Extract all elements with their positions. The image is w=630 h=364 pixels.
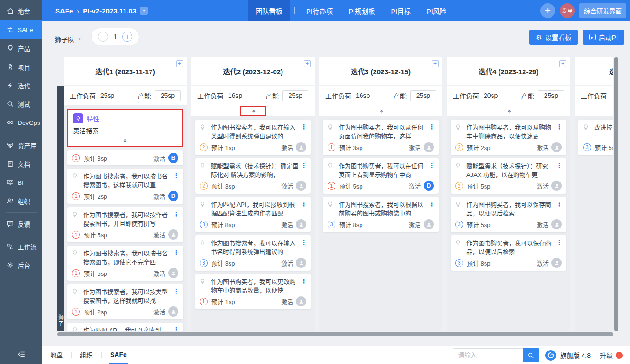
- card-menu-icon[interactable]: ⋮: [301, 162, 307, 169]
- card-menu-icon[interactable]: ⋮: [556, 162, 563, 169]
- assignee-avatar[interactable]: D: [424, 181, 434, 191]
- breadcrumb-dropdown-icon[interactable]: ▾: [140, 7, 148, 15]
- story-card[interactable]: 赋能型需求（技术探针）：确定国际化对 解决方案的影响，⋮2预计 3sp激活: [195, 158, 311, 194]
- add-item-button[interactable]: +: [432, 60, 439, 67]
- story-card[interactable]: 作为图书购买者，我可以从任何页面访问我的购物车，这样⋮1预计 3sp激活: [323, 120, 439, 155]
- story-card[interactable]: 作为图书搜索者，我可以按作者搜索图书，并且即使有拼写⋮1预计 5sp激活: [67, 207, 183, 242]
- story-card[interactable]: 作为图书购买者，我可以在任何页面上看到显示购物车中商⋮1预计 5sp激活D: [323, 158, 439, 194]
- assignee-avatar[interactable]: [424, 142, 434, 152]
- sidebar-item-docs[interactable]: 文档: [0, 155, 42, 173]
- assignee-avatar[interactable]: [296, 219, 306, 229]
- collapse-chevron-icon[interactable]: «: [379, 108, 383, 114]
- assignee-avatar[interactable]: [296, 181, 306, 191]
- team-selector[interactable]: 狮子队 ▼: [55, 34, 81, 44]
- card-menu-icon[interactable]: ⋮: [173, 210, 179, 218]
- sidebar-item-bi[interactable]: BI: [0, 173, 42, 192]
- tab-PI风险[interactable]: PI风险: [419, 0, 454, 21]
- card-menu-icon[interactable]: ⋮: [428, 162, 435, 169]
- stepper-increase-button[interactable]: +: [122, 32, 132, 42]
- horizontal-scrollbar[interactable]: [57, 332, 613, 336]
- footer-tab-SAFe[interactable]: SAFe: [109, 346, 128, 364]
- story-card[interactable]: 作为图书购买者，我可以保存商品，以便以后检索⋮3预计 5sp激活: [451, 197, 566, 232]
- collapse-chevron-icon[interactable]: «: [240, 106, 266, 116]
- story-card[interactable]: 作为匹配 API，我可以接收到根据匹配算法生成的作者匹配⋮3预计 8sp激活: [195, 197, 311, 232]
- sidebar-item-admin[interactable]: 后台: [0, 256, 42, 274]
- card-menu-icon[interactable]: ⋮: [301, 123, 307, 130]
- assignee-avatar[interactable]: [551, 219, 562, 229]
- sidebar-item-test[interactable]: 测试: [0, 95, 42, 113]
- sidebar-item-product[interactable]: 产品: [0, 39, 42, 58]
- card-menu-icon[interactable]: ⋮: [556, 239, 563, 246]
- card-menu-icon[interactable]: ⋮: [301, 200, 307, 208]
- sidebar-item-assets[interactable]: 资产库: [0, 136, 42, 155]
- assignee-avatar[interactable]: B: [168, 153, 178, 163]
- card-menu-icon[interactable]: ⋮: [428, 123, 435, 130]
- story-card[interactable]: 作为图书购买者，我可以保存商品，以便以后检索⋮3预计 8sp激活: [451, 235, 566, 271]
- assignee-avatar[interactable]: D: [168, 191, 178, 201]
- sidebar-item-feedback[interactable]: 反馈: [0, 214, 42, 233]
- feature-panel[interactable]: 特性灵活搜索«: [67, 109, 183, 147]
- sidebar-collapse-button[interactable]: [0, 347, 42, 361]
- search-input[interactable]: [453, 348, 523, 362]
- breadcrumb-current[interactable]: PI-v2-2023.11.03: [83, 7, 136, 15]
- footer-tab-组织[interactable]: 组织: [79, 346, 94, 364]
- story-card[interactable]: 作为图书搜索者，我可以在输入书名时得到系统弹出建议的⋮3预计 3sp激活: [195, 235, 311, 271]
- tab-PI规划板[interactable]: PI规划板: [341, 0, 383, 21]
- story-card[interactable]: 作为图书搜索者，我可以根据以前购买的图书或购物袋中的⋮3预计 8sp激活: [323, 197, 439, 232]
- board-settings-button[interactable]: ⚙ 设置看板: [529, 30, 578, 45]
- sidebar-item-home[interactable]: 地盘: [0, 2, 42, 20]
- assignee-avatar[interactable]: [551, 142, 562, 152]
- assignee-avatar[interactable]: [168, 306, 178, 317]
- collapse-chevron-icon[interactable]: «: [507, 108, 511, 114]
- start-pi-button[interactable]: ▶ 启动PI: [583, 30, 624, 45]
- assignee-avatar[interactable]: [296, 296, 306, 306]
- card-menu-icon[interactable]: ⋮: [301, 239, 307, 246]
- create-button[interactable]: +: [540, 3, 555, 18]
- sidebar-item-iteration[interactable]: 迭代: [0, 76, 42, 95]
- sidebar-item-project[interactable]: 项目: [0, 58, 42, 76]
- vertical-scrollbar[interactable]: [614, 57, 618, 331]
- card-menu-icon[interactable]: ⋮: [301, 277, 307, 285]
- sidebar-item-workflow[interactable]: 工作流: [0, 237, 42, 256]
- search-button[interactable]: [523, 348, 539, 362]
- card-menu-icon[interactable]: ⋮: [173, 172, 179, 179]
- story-card[interactable]: 作为图书购买者，我可以更改购物车中的商品数量，以便快⋮1预计 1sp激活: [195, 274, 311, 309]
- story-card[interactable]: 赋能型需求（技术探针）：研究 AJAX 功能，以在购物车更⋮2预计 5sp激活: [451, 158, 566, 194]
- assignee-avatar[interactable]: [296, 142, 306, 152]
- stepper-decrease-button[interactable]: −: [98, 32, 108, 42]
- story-card[interactable]: 作为图书搜索者，我可以按书名搜索图书，即使它不完全匹⋮1预计 5sp激活: [67, 246, 183, 281]
- tab-PI目标[interactable]: PI目标: [383, 0, 419, 21]
- workspace-switch-button[interactable]: 综合研发界面: [579, 3, 626, 18]
- story-card[interactable]: 改进技⋮3预计 5s: [578, 120, 613, 155]
- card-menu-icon[interactable]: ⋮: [556, 200, 563, 208]
- capacity-value[interactable]: 25sp: [538, 90, 564, 101]
- story-card[interactable]: 作为图书搜索者，我可以在输入类型时得到系统弹出建议的⋮2预计 1sp激活: [195, 120, 311, 155]
- feature-collapse-icon[interactable]: «: [73, 136, 177, 146]
- card-menu-icon[interactable]: ⋮: [428, 200, 435, 208]
- story-card[interactable]: 作为匹配 API，我可以接收到⋮: [67, 323, 183, 331]
- assignee-avatar[interactable]: [168, 268, 178, 278]
- card-menu-icon[interactable]: ⋮: [173, 287, 179, 295]
- capacity-value[interactable]: 25sp: [282, 90, 308, 101]
- add-item-button[interactable]: +: [559, 60, 566, 67]
- card-menu-icon[interactable]: ⋮: [556, 123, 563, 130]
- footer-tab-地盘[interactable]: 地盘: [49, 346, 64, 364]
- upgrade-link[interactable]: 升级: [600, 351, 613, 360]
- add-item-button[interactable]: +: [304, 60, 311, 67]
- story-card[interactable]: 作为图书搜索者，我可以按书名搜索图书，这样我就可以直⋮1预计 2sp激活D: [67, 169, 183, 204]
- story-card[interactable]: 作为图书搜索者，我可以按类型搜索图书，这样我就可以找⋮1预计 2sp激活: [67, 284, 183, 319]
- user-avatar[interactable]: 发甲: [560, 3, 575, 18]
- assignee-avatar[interactable]: [551, 258, 562, 268]
- card-menu-icon[interactable]: ⋮: [173, 326, 179, 331]
- tab-团队看板[interactable]: 团队看板: [248, 0, 290, 21]
- assignee-avatar[interactable]: [168, 229, 178, 240]
- sidebar-item-safe[interactable]: SAFe: [0, 20, 42, 39]
- card-menu-icon[interactable]: ⋮: [173, 249, 179, 256]
- capacity-value[interactable]: 25sp: [410, 90, 436, 101]
- story-card[interactable]: 1预计 3sp激活B: [67, 150, 183, 165]
- capacity-value[interactable]: 25sp: [155, 90, 181, 101]
- story-card[interactable]: 作为图书购买者，我可以从购物车中删除商品，以便快速更⋮2预计 2sp激活: [451, 120, 566, 155]
- add-item-button[interactable]: +: [176, 60, 183, 67]
- assignee-avatar[interactable]: [551, 181, 562, 191]
- assignee-avatar[interactable]: [296, 258, 306, 268]
